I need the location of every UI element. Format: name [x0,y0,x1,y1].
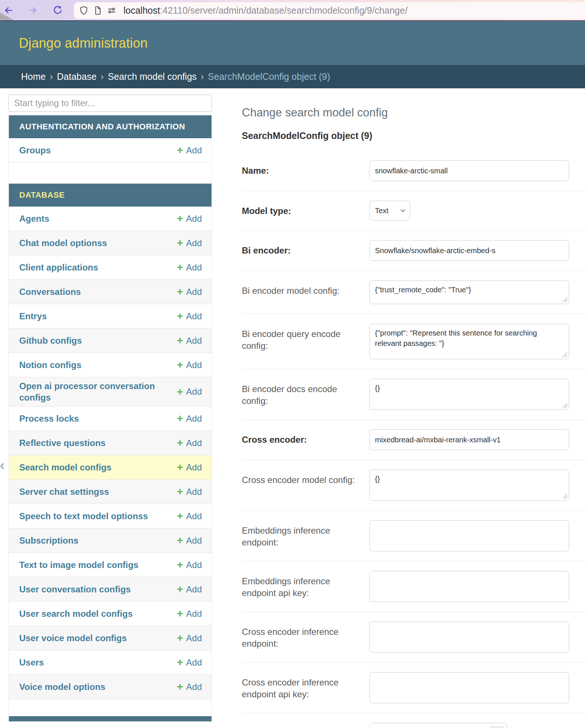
site-name[interactable]: Django administration [19,35,148,51]
model-link[interactable]: Entrys [19,310,47,322]
plus-icon: + [177,486,183,497]
add-link[interactable]: +Add [177,413,202,424]
model-link[interactable]: User conversation configs [19,584,131,595]
nav-sidebar: AUTHENTICATION AND AUTHORIZATION Groups … [9,95,212,722]
sidebar-item-groups: Groups +Add [9,138,212,163]
model-link[interactable]: Process locks [19,413,79,424]
add-link[interactable]: +Add [177,462,202,473]
cross-encoder-model-config-textarea[interactable]: {} [369,470,569,501]
add-link[interactable]: +Add [177,387,202,397]
sidebar-item-user-search-model-configs: User search model configs +Add [9,602,212,626]
url-bar[interactable]: localhost:42110/server/admin/database/se… [74,2,585,19]
sidebar-item-subscriptions: Subscriptions +Add [9,528,212,553]
object-heading: SearchModelConfig object (9) [242,130,585,141]
number-spinner[interactable] [489,726,504,728]
model-link[interactable]: User search model configs [19,608,133,619]
form-row-cross-encoder-inference-endpoint: Cross encoder inference endpoint: [242,612,585,663]
model-link[interactable]: Client applications [19,262,98,273]
add-link[interactable]: +Add [177,360,202,370]
embeddings-inference-endpoint-api-key-input[interactable] [369,571,569,602]
plus-icon: + [177,511,183,521]
model-link[interactable]: Github configs [19,335,82,346]
add-link[interactable]: +Add [177,286,202,297]
cross-encoder-input[interactable] [369,429,569,450]
plus-icon: + [177,145,183,156]
breadcrumb-home[interactable]: Home [21,71,46,82]
model-link[interactable]: Chat model optionss [19,237,107,249]
add-link[interactable]: +Add [177,657,202,668]
next-section-caption-partial [9,716,212,721]
form-row-cross-encoder-model-config: Cross encoder model config: {} [242,460,585,511]
forward-icon[interactable] [27,5,38,16]
model-link[interactable]: Subscriptions [19,535,78,546]
add-link[interactable]: +Add [177,262,202,273]
bi-encoder-input[interactable] [369,240,569,261]
add-label: Add [186,336,202,346]
sidebar-filter-input[interactable] [9,95,212,112]
add-link[interactable]: +Add [177,608,202,619]
model-link[interactable]: Reflective questions [19,437,105,449]
add-label: Add [186,682,202,692]
model-link[interactable]: Server chat settingss [19,486,109,497]
bi-encoder-model-config-textarea[interactable]: {"trust_remote_code": "True"} [369,280,569,304]
cross-encoder-inference-endpoint-input[interactable] [369,622,569,653]
sidebar-item-open-ai-processor-conversation-configs: Open ai processor conversation configs +… [9,377,212,406]
plus-icon: + [177,608,183,619]
breadcrumb-search-model-configs[interactable]: Search model configs [108,71,196,82]
add-link[interactable]: +Add [177,511,202,521]
back-icon[interactable] [3,5,14,16]
url-text: localhost:42110/server/admin/database/se… [124,5,408,16]
model-link[interactable]: Users [19,657,44,668]
add-link[interactable]: +Add [177,311,202,322]
page-icon[interactable] [93,6,103,16]
sidebar-item-reflective-questions: Reflective questions +Add [9,431,212,455]
model-link[interactable]: Speech to text model optionss [19,510,148,522]
section-caption-auth[interactable]: AUTHENTICATION AND AUTHORIZATION [9,115,212,138]
add-link[interactable]: +Add [177,145,202,156]
model-link[interactable]: Open ai processor conversation configs [19,380,160,403]
cross-encoder-inference-endpoint-api-key-input[interactable] [369,672,569,703]
add-label: Add [186,535,202,546]
section-caption-database[interactable]: DATABASE [9,184,212,207]
permissions-toggle-icon[interactable] [107,6,117,16]
confidence-threshold-input[interactable]: 0.18 [369,723,507,728]
model-link[interactable]: Search model configs [19,462,111,473]
plus-icon: + [177,657,183,668]
add-label: Add [186,311,202,322]
add-link[interactable]: +Add [177,535,202,546]
add-link[interactable]: +Add [177,633,202,643]
add-link[interactable]: +Add [177,584,202,595]
field-label: Embeddings inference endpoint: [242,520,369,549]
model-link[interactable]: Conversations [19,286,81,297]
bi-encoder-query-encode-config-textarea[interactable]: {"prompt": "Represent this sentence for … [369,324,569,359]
add-label: Add [186,145,202,156]
add-link[interactable]: +Add [177,335,202,346]
model-link[interactable]: Voice model options [19,681,105,693]
model-link[interactable]: Agents [19,213,49,224]
reload-icon[interactable] [52,5,63,16]
name-input[interactable] [369,160,569,181]
model-link[interactable]: Notion configs [19,359,81,371]
model-link[interactable]: Groups [19,144,51,156]
breadcrumb-database[interactable]: Database [57,71,97,82]
add-link[interactable]: +Add [177,438,202,448]
sidebar-item-conversations: Conversations +Add [9,280,212,304]
sidebar-collapse-icon[interactable]: ‹ [0,458,5,472]
add-link[interactable]: +Add [177,238,202,248]
model-link[interactable]: User voice model configs [19,632,127,644]
field-label: Bi encoder model config: [242,280,369,297]
field-label: Bi encoder docs encode config: [242,379,369,407]
add-link[interactable]: +Add [177,486,202,497]
add-link[interactable]: +Add [177,213,202,224]
bi-encoder-docs-encode-config-textarea[interactable]: {} [369,379,569,410]
add-link[interactable]: +Add [177,681,202,692]
add-link[interactable]: +Add [177,559,202,570]
plus-icon: + [177,413,183,424]
embeddings-inference-endpoint-input[interactable] [369,520,569,551]
model-type-select[interactable]: Text [369,201,410,221]
form-row-cross-encoder-inference-endpoint-api-key: Cross encoder inference endpoint api key… [242,663,585,713]
add-label: Add [186,487,202,497]
model-link[interactable]: Text to image model configs [19,559,138,571]
field-label: Cross encoder: [242,429,369,446]
shield-icon[interactable] [79,6,89,16]
